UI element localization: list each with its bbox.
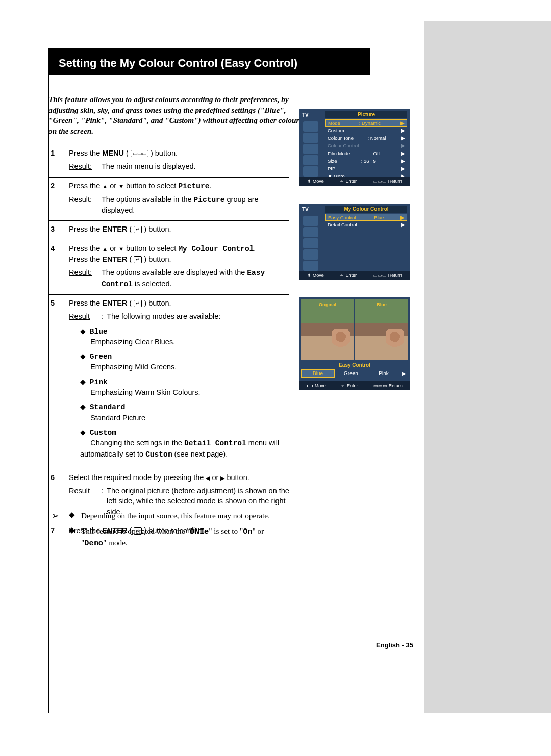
osd-row-label: Detail Control [328,221,357,229]
preview-next-arrow-icon[interactable]: ▶ [400,369,408,378]
mode-name: Green [90,352,112,361]
mode-desc: Emphasizing Mild Greens. [90,363,177,371]
preview-move-hint: ⟷ Move [307,383,326,388]
step-number: 2 [48,181,69,216]
result-label: Result [69,194,102,216]
osd-enter-hint: ↵ Enter [340,179,357,184]
step-row: 3 Press the ENTER ( ↵ ) button. [48,221,289,240]
preview-mode-image: Blue [355,299,408,360]
mode-desc: Standard Picture [90,414,145,422]
enter-button-label: ENTER [102,299,127,307]
osd-move-hint: ⬍ Move [307,179,324,184]
osd-return-hint: ▭▭▭ Return [373,273,402,278]
mode-desc: Changing the settings in the Detail Cont… [80,439,279,458]
osd-row[interactable]: Detail Control▶ [325,221,407,229]
osd-row-arrow-icon: ▶ [400,157,405,165]
osd-cat-icon [303,166,318,177]
osd-tv-label: TV [302,207,309,212]
menu-button-label: MENU [102,149,124,157]
step-text: ( [127,225,134,233]
osd-row-arrow-icon: ▶ [400,149,405,157]
step-number: 4 [48,243,69,289]
osd-row-label: PIP [328,165,335,172]
osd-row-label: Film Mode [328,149,350,157]
osd-row[interactable]: Size: 16 : 9▶ [325,157,407,165]
osd-row-value [359,142,400,149]
right-sidebar-band [424,21,551,713]
mode-item: ◆ Standard Standard Picture [80,401,289,423]
osd-row[interactable]: PIP▶ [325,165,407,172]
preview-original-image: Original [301,299,354,360]
mode-item: ◆ Pink Emphasizing Warm Skin Colours. [80,376,289,398]
osd-heading: My Colour Control [325,206,407,213]
step-text: . [254,244,256,253]
osd-return-hint: ▭▭▭ Return [373,179,402,184]
preview-easy-control-label: Easy Control [299,362,410,368]
step-text: button to select [124,182,178,190]
osd-row-value [357,221,400,229]
step-text: ) button. [142,225,171,233]
step-text: Press the [69,225,102,233]
osd-row-value: : Dynamic [340,120,399,126]
preview-enter-hint: ↵ Enter [341,383,358,388]
preview-opt-pink[interactable]: Pink [367,369,400,378]
osd-row[interactable]: Film Mode: Off▶ [325,149,407,157]
osd-row-value: : Normal [354,134,400,142]
note-text: This feature is operated when the "DNIe"… [81,525,288,549]
osd-row[interactable]: Custom▶ [325,127,407,134]
step-number: 3 [48,224,69,234]
osd-cat-icon [303,249,318,260]
result-label: Result [69,161,102,171]
osd-cat-icon [303,121,318,132]
osd-row[interactable]: Colour Tone: Normal▶ [325,134,407,142]
down-triangle-icon: ▼ [118,183,124,189]
notes-block: ➢ ◆ Depending on the input source, this … [48,510,288,553]
enter-icon: ↵ [134,226,142,233]
enter-icon: ↵ [134,300,142,307]
note-arrow-icon: ➢ [48,510,69,553]
osd-footer: ⬍ Move ↵ Enter ▭▭▭ Return [299,271,410,280]
preview-opt-blue[interactable]: Blue [301,369,335,378]
mode-name: Custom [90,429,116,437]
preview-mode-label: Blue [355,302,408,307]
page: Setting the My Colour Control (Easy Cont… [0,0,551,756]
mode-name: Pink [90,378,108,386]
preview-footer: ⟷ Move ↵ Enter ▭▭▭ Return [299,381,410,390]
osd-picture-menu: TV Picture Mode: Dynamic▶Custom▶Colour T… [299,109,410,186]
mode-desc: Emphasizing Clear Blues. [90,338,175,346]
osd-row-label: Custom [328,127,344,134]
osd-row-value: : Off [350,149,400,157]
steps-table: 1 Press the MENU ( ▭▭▭ ) button. ResultT… [48,145,289,541]
osd-row-arrow-icon: ▶ [400,165,405,172]
osd-row-arrow-icon: ▶ [399,120,405,126]
osd-cat-icon [303,261,318,271]
osd-footer: ⬍ Move ↵ Enter ▭▭▭ Return [299,177,410,186]
step-row: 2 Press the ▲ or ▼ button to select Pict… [48,178,289,221]
note-item: ◆ Depending on the input source, this fe… [69,510,288,521]
osd-row-value [344,127,400,134]
osd-cat-icon [303,238,318,248]
mode-name: Blue [90,327,108,336]
step-number: 5 [48,298,69,464]
step-text: ( [124,149,131,157]
enter-button-label: ENTER [102,225,127,233]
mode-item: ◆ Blue Emphasizing Clear Blues. [80,326,289,347]
mode-item: ◆ Green Emphasizing Mild Greens. [80,351,289,372]
osd-mcc-menu: TV My Colour Control Easy Control: Blue▶… [299,204,410,280]
osd-row[interactable]: Colour Control▶ [325,142,407,149]
preview-opt-green[interactable]: Green [335,369,367,378]
osd-row-arrow-icon: ▶ [400,134,405,142]
step-number: 1 [48,148,69,172]
osd-cat-icon [303,133,318,143]
osd-row[interactable]: Mode: Dynamic▶ [325,119,407,127]
note-text: Depending on the input source, this feat… [81,510,288,521]
result-text: The options available are displayed with… [102,267,289,289]
intro-paragraph: This feature allows you to adjust colour… [48,94,304,137]
step-text: Press the [69,299,102,307]
step-text: or [108,182,118,190]
step-text: button to select [124,244,178,253]
picture-mono: Picture [178,182,209,190]
preview-options: Blue Green Pink ▶ [301,369,408,378]
osd-row[interactable]: Easy Control: Blue▶ [325,214,407,221]
osd-tv-label: TV [302,112,309,118]
